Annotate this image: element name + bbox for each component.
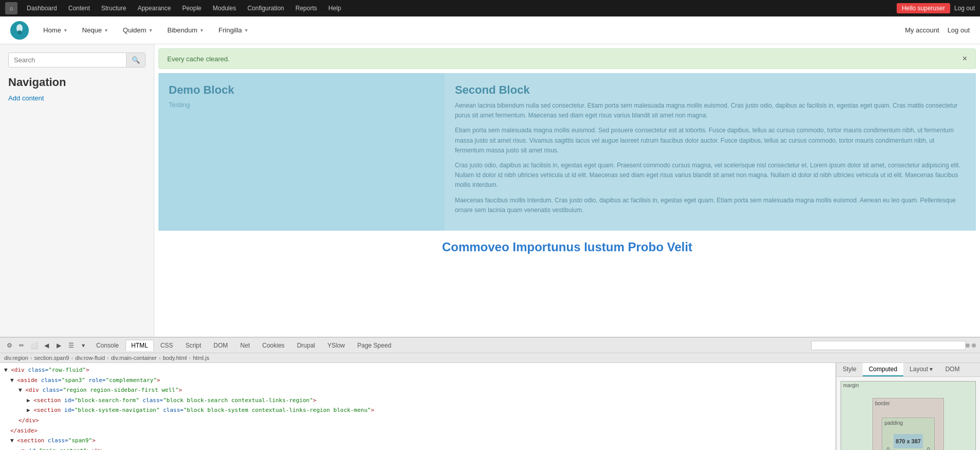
admin-nav-content[interactable]: Content <box>63 3 95 14</box>
devtools-body: ▼ <div class="row-fluid"> ▼ <aside class… <box>0 363 980 450</box>
toggle-arrow[interactable]: ▶ <box>27 397 30 404</box>
second-block-para4: Maecenas faucibus mollis interdum. Cras … <box>455 196 966 215</box>
site-nav-home[interactable]: Home ▼ <box>37 23 74 37</box>
html-line: ▼ <aside class="span3" role="complementa… <box>0 375 835 386</box>
padding-left-val: 0 <box>886 447 889 450</box>
html-line: ▼ <section class="span9"> <box>0 436 835 446</box>
devtools-tab-dom[interactable]: DOM <box>208 340 234 351</box>
devtools-tab-console[interactable]: Console <box>91 340 124 351</box>
devtools-icon-list[interactable]: ☰ <box>66 340 76 351</box>
devtools-tab-drupal[interactable]: Drupal <box>291 340 320 351</box>
devtools-search-input[interactable] <box>811 341 966 350</box>
devtools-icon-3[interactable]: ⬜ <box>29 340 39 351</box>
second-block-para3: Cras justo odio, dapibus ac facilisis in… <box>455 161 966 191</box>
padding-label: padding <box>884 420 903 426</box>
style-tab-dom[interactable]: DOM <box>939 363 966 376</box>
search-button[interactable]: 🔍 <box>126 53 145 67</box>
blocks-row: Demo Block Testing Second Block Aenean l… <box>158 73 976 231</box>
html-line: ▼ <div class="region region-sidebar-firs… <box>0 385 835 395</box>
cache-notice: Every cache cleared. × <box>158 48 976 69</box>
devtools-tab-cookies[interactable]: Cookies <box>257 340 290 351</box>
devtools-tab-pagespeed[interactable]: Page Speed <box>352 340 397 351</box>
html-line: </aside> <box>0 426 835 436</box>
page-title: Commoveo Importunus Iustum Probo Velit <box>159 240 975 254</box>
margin-label: margin <box>843 383 859 388</box>
site-nav-quidem[interactable]: Quidem ▼ <box>117 23 159 37</box>
toggle-arrow[interactable]: ▼ <box>4 367 8 373</box>
my-account-link[interactable]: My account <box>905 26 939 34</box>
site-logo <box>10 21 29 40</box>
admin-logout-button[interactable]: Log out <box>954 5 975 12</box>
html-line: <a id="main-content"></a> <box>0 446 835 450</box>
sidebar: 🔍 Navigation Add content <box>0 44 154 337</box>
border-label: border <box>875 401 890 406</box>
devtools-icon-forward[interactable]: ▶ <box>54 340 64 351</box>
breadcrumb-item-5[interactable]: body.html <box>163 355 187 361</box>
second-block: Second Block Aenean lacinia bibendum nul… <box>444 73 976 231</box>
site-nav-neque[interactable]: Neque ▼ <box>76 23 115 37</box>
demo-block-content: Testing <box>169 101 434 109</box>
demo-block: Demo Block Testing <box>158 73 444 231</box>
admin-nav-people[interactable]: People <box>177 3 206 14</box>
admin-nav-help[interactable]: Help <box>323 3 346 14</box>
nav-title: Navigation <box>8 76 146 89</box>
toggle-arrow[interactable]: ▶ <box>27 407 30 413</box>
admin-nav-dashboard[interactable]: Dashboard <box>22 3 62 14</box>
admin-nav-reports[interactable]: Reports <box>290 3 322 14</box>
breadcrumb-item-4[interactable]: div.main-container <box>111 355 157 361</box>
add-content-link[interactable]: Add content <box>8 94 44 102</box>
cache-notice-close[interactable]: × <box>963 54 967 63</box>
site-nav-right: My account Log out <box>905 26 970 34</box>
box-border: border 0 padding 0 870 x 387 0 <box>872 398 944 450</box>
devtools-tab-yslow[interactable]: YSlow <box>322 340 350 351</box>
admin-nav-modules[interactable]: Modules <box>208 3 241 14</box>
style-tab-layout[interactable]: Layout ▾ <box>903 363 939 376</box>
devtools-tab-script[interactable]: Script <box>180 340 207 351</box>
breadcrumb-item-2[interactable]: section.span9 <box>34 355 69 361</box>
breadcrumb-item-3[interactable]: div.row-fluid <box>75 355 105 361</box>
devtools-scrollbar <box>966 343 976 348</box>
toggle-arrow[interactable]: ▼ <box>10 437 14 444</box>
devtools-icon-2[interactable]: ✏ <box>16 340 27 351</box>
admin-nav-items: Dashboard Content Structure Appearance P… <box>22 3 346 14</box>
second-block-title: Second Block <box>455 83 966 97</box>
toggle-arrow[interactable]: ▼ <box>19 387 22 393</box>
devtools-tabs: Console HTML CSS Script DOM Net Cookies … <box>91 340 397 351</box>
box-padding: padding 0 870 x 387 0 0 <box>882 418 934 450</box>
box-model: margin 0 border 0 padding 0 <box>841 381 976 450</box>
main-area: 🔍 Navigation Add content Every cache cle… <box>0 44 980 337</box>
cache-notice-message: Every cache cleared. <box>167 55 229 63</box>
content-area: Every cache cleared. × Demo Block Testin… <box>154 44 980 337</box>
devtools-toolbar: ⚙ ✏ ⬜ ◀ ▶ ☰ ▾ Console HTML CSS Script DO… <box>0 338 980 353</box>
breadcrumb-item-1[interactable]: div.region <box>4 355 28 361</box>
home-icon[interactable]: ⌂ <box>5 2 17 14</box>
style-tab-style[interactable]: Style <box>836 363 863 376</box>
demo-block-title: Demo Block <box>169 83 434 97</box>
site-nav-bibendum[interactable]: Bibendum ▼ <box>161 23 210 37</box>
html-panel: ▼ <div class="row-fluid"> ▼ <aside class… <box>0 363 836 450</box>
search-input[interactable] <box>9 53 126 67</box>
admin-bar: ⌂ Dashboard Content Structure Appearance… <box>0 0 980 16</box>
devtools-tab-net[interactable]: Net <box>235 340 256 351</box>
style-tab-computed[interactable]: Computed <box>863 363 903 376</box>
devtools: ⚙ ✏ ⬜ ◀ ▶ ☰ ▾ Console HTML CSS Script DO… <box>0 337 980 450</box>
breadcrumb-item-6[interactable]: html.js <box>193 355 209 361</box>
admin-nav-appearance[interactable]: Appearance <box>132 3 176 14</box>
style-panel: Style Computed Layout ▾ DOM margin 0 bor… <box>836 363 980 450</box>
site-nav-fringilla[interactable]: Fringilla ▼ <box>212 23 255 37</box>
devtools-tab-html[interactable]: HTML <box>126 340 154 351</box>
html-line: ▼ <div class="row-fluid"> <box>0 365 835 375</box>
page-title-bar: Commoveo Importunus Iustum Probo Velit <box>154 235 980 259</box>
devtools-icon-back[interactable]: ◀ <box>41 340 51 351</box>
admin-bar-right: Hello superuser Log out <box>897 3 975 13</box>
devtools-icon-list2[interactable]: ▾ <box>78 340 88 351</box>
admin-nav-structure[interactable]: Structure <box>96 3 132 14</box>
log-out-link[interactable]: Log out <box>948 26 970 34</box>
admin-nav-configuration[interactable]: Configuration <box>242 3 289 14</box>
breadcrumb-bar: div.region ‹ section.span9 ‹ div.row-flu… <box>0 353 980 363</box>
devtools-tab-css[interactable]: CSS <box>155 340 179 351</box>
second-block-para2: Etiam porta sem malesuada magna mollis e… <box>455 126 966 155</box>
toggle-arrow[interactable]: ▼ <box>10 377 14 384</box>
devtools-icon-1[interactable]: ⚙ <box>4 340 14 351</box>
devtools-search <box>811 341 976 350</box>
